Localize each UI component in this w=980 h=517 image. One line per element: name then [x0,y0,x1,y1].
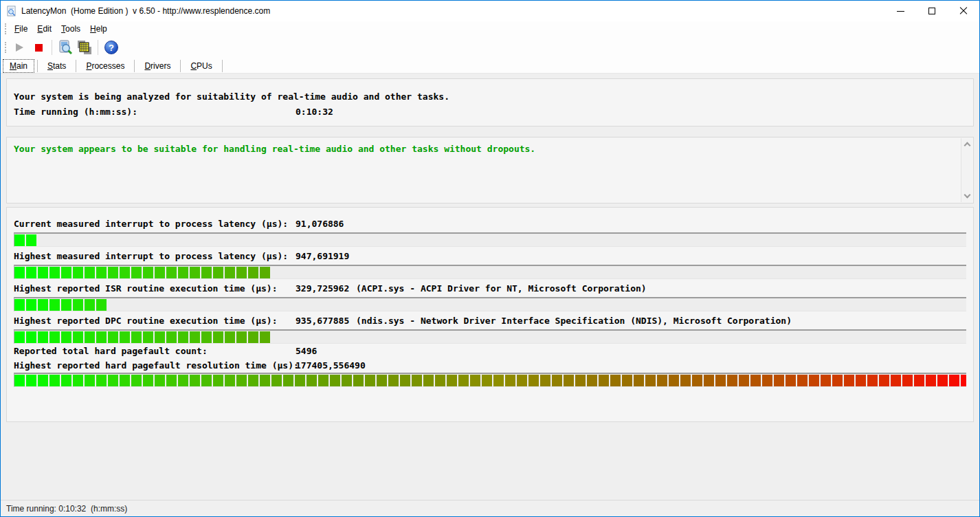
status-bar: Time running: 0:10:32 (h:mm:ss) [1,500,979,516]
measurement-label: Highest reported ISR routine execution t… [14,283,296,294]
latency-bar-segment [961,375,966,386]
latency-bar-segment [412,375,422,386]
stop-monitor-button[interactable] [29,38,48,56]
latency-bar-segment [213,267,223,278]
measurement-label: Highest measured interrupt to process la… [14,251,296,261]
start-monitor-button[interactable] [10,38,29,56]
analysis-status-text: Your system is being analyzed for suitab… [14,91,449,102]
latency-bar-segment [283,375,293,386]
suitability-panel: Your system appears to be suitable for h… [6,137,974,204]
toolbar-separator [98,40,98,55]
time-running-value: 0:10:32 [296,107,333,117]
latency-bar-segment [622,375,632,386]
menu-file[interactable]: File [10,23,32,35]
tab-stats[interactable]: Stats [41,59,73,73]
menu-tools[interactable]: Tools [56,23,85,35]
latency-bar-segment [786,375,796,386]
latency-bar-segment [61,299,71,311]
latency-bar-segment [914,375,924,386]
latency-bar-segment [295,375,305,386]
latency-bar-segment [634,375,644,386]
scroll-down-icon[interactable] [964,192,971,199]
latency-bar-segment [155,267,165,278]
latency-bar-segment [73,375,83,386]
measurement-row: Highest reported hard pagefault resoluti… [14,358,966,373]
suitability-message: Your system appears to be suitable for h… [14,144,953,154]
latency-bar-segment [14,331,25,343]
latency-bar-segment [727,375,737,386]
latency-bar-segment [879,375,889,386]
latency-bar-segment [260,375,270,386]
latency-bar [14,373,966,387]
latency-bar-segment [143,267,153,278]
latency-bar-segment [85,299,95,311]
latency-bar-segment [832,375,843,386]
tab-drivers[interactable]: Drivers [137,59,177,73]
tab-separator [222,60,223,72]
tab-processes[interactable]: Processes [79,59,131,73]
tab-main[interactable]: Main [3,59,34,73]
minimize-button[interactable] [884,1,916,21]
latency-bar-segment [26,331,36,343]
message-scrollbar[interactable] [961,138,972,202]
latency-bar-segment [49,299,60,311]
latency-bar-segment [73,299,83,311]
latency-bar-segment [587,375,597,386]
latency-bar-segment [178,267,188,278]
latency-bar-segment [225,331,235,343]
latency-bar-segment [330,375,340,386]
latency-bar-segment [166,267,177,278]
latency-bar-segment [599,375,609,386]
analyze-options-button[interactable] [56,38,75,56]
latency-bar-segment [166,375,177,386]
help-button[interactable]: ? [102,38,121,56]
measurement-driver-info: (ndis.sys - Network Driver Interface Spe… [356,316,966,326]
maximize-icon [928,8,935,14]
latency-bar-segment [213,331,223,343]
stop-monitor-icon [35,44,43,52]
latency-bar-segment [38,331,48,343]
maximize-button[interactable] [916,1,948,21]
latency-bar-segment [307,375,317,386]
latency-bar-segment [680,375,691,386]
latency-bar-segment [236,267,247,278]
time-running-line: Time running (h:mm:ss): 0:10:32 [14,104,966,119]
latency-bar-segment [73,267,83,278]
measurement-row: Current measured interrupt to process la… [14,214,966,232]
copy-report-button[interactable] [75,38,94,56]
measurement-value: 91,076886 [296,219,356,229]
tab-cpus[interactable]: CPUs [183,59,219,73]
latency-bar-segment [201,331,212,343]
menu-help[interactable]: Help [85,23,112,35]
latency-bar-segment [143,331,153,343]
latency-bar-segment [61,375,71,386]
app-icon [6,6,17,16]
latency-bar-segment [271,375,282,386]
latency-bar-segment [96,299,107,311]
latency-bar-segment [225,267,235,278]
measurement-driver-info: (ACPI.sys - ACPI Driver for NT, Microsof… [356,283,966,294]
close-button[interactable] [948,1,979,21]
start-monitor-icon [16,43,23,52]
latency-bar-segment [470,375,480,386]
latency-bar-segment [201,375,212,386]
measurement-value: 947,691919 [296,251,356,261]
toolbar-separator [52,40,52,55]
latency-bar-segment [423,375,434,386]
latency-bar-segment [108,331,118,343]
menu-edit[interactable]: Edit [32,23,56,35]
title-bar: LatencyMon (Home Edition ) v 6.50 - http… [1,1,979,21]
scroll-up-icon[interactable] [964,142,971,149]
measurement-label: Current measured interrupt to process la… [14,219,296,229]
latency-bar-segment [155,331,165,343]
latency-bar-segment [365,375,375,386]
latency-bar-segment [482,375,492,386]
latency-bar-segment [750,375,761,386]
measurement-label: Highest reported DPC routine execution t… [14,316,296,326]
measurement-row: Reported total hard pagefault count:5496 [14,344,966,358]
measurement-row: Highest reported ISR routine execution t… [14,279,966,297]
latency-bar-segment [108,375,118,386]
latency-bar-segment [61,331,71,343]
latency-bar-segment [797,375,808,386]
latency-bar-segment [14,234,25,246]
